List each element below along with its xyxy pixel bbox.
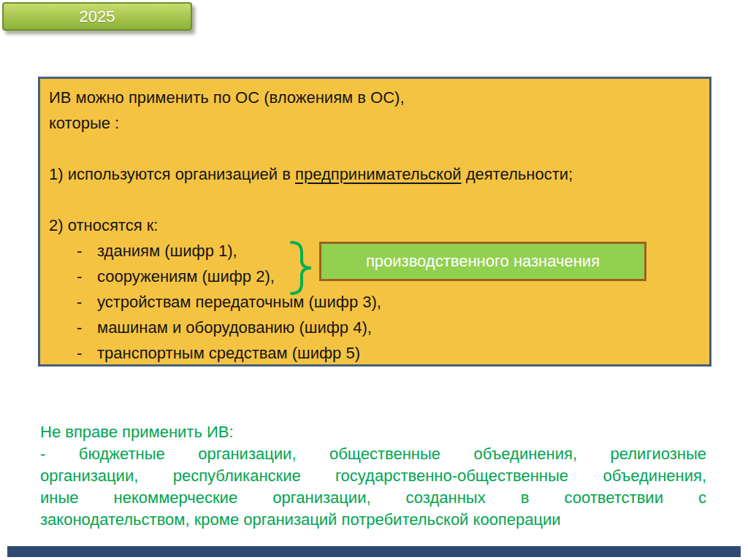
restriction-line: - бюджетные организации, общественные об… <box>40 443 706 465</box>
footer-bar <box>7 546 741 557</box>
year-badge: 2025 <box>2 2 192 31</box>
restriction-line: организации, республиканские государстве… <box>40 465 706 487</box>
point-1: 1) используются организацией в предприни… <box>49 161 702 187</box>
list-item-label: сооружениям (шифр 2), <box>97 264 275 289</box>
brace-icon <box>289 240 314 296</box>
point-1-underlined: предпринимательской <box>295 165 462 183</box>
dash-bullet: - <box>77 340 97 366</box>
list-item: - устройствам передаточным (шифр 3), <box>49 289 702 315</box>
dash-bullet: - <box>77 315 97 340</box>
restriction-line: иные некоммерческие организации, созданн… <box>40 487 706 509</box>
list-item: - машинам и оборудованию (шифр 4), <box>49 315 702 340</box>
list-item-label: машинам и оборудованию (шифр 4), <box>97 315 372 340</box>
restriction-block: Не вправе применить ИВ: - бюджетные орга… <box>40 421 706 531</box>
main-rule-box: ИВ можно применить по ОС (вложениям в ОС… <box>38 77 711 367</box>
spacer <box>49 136 702 161</box>
dash-bullet: - <box>77 264 97 289</box>
list-item-label: транспортным средствам (шифр 5) <box>97 340 360 366</box>
dash-bullet: - <box>77 238 97 264</box>
brace-path <box>291 242 311 294</box>
callout-label: производственного назначения <box>366 252 600 271</box>
year-badge-label: 2025 <box>80 7 115 26</box>
point-1-suffix: деятельности; <box>462 165 573 183</box>
intro-line-1: ИВ можно применить по ОС (вложениям в ОС… <box>49 85 702 110</box>
list-item-label: зданиям (шифр 1), <box>97 238 237 264</box>
dash-bullet: - <box>77 289 97 315</box>
point-2: 2) относятся к: <box>49 212 702 238</box>
list-item-label: устройствам передаточным (шифр 3), <box>97 289 381 315</box>
spacer <box>49 187 702 212</box>
restriction-heading: Не вправе применить ИВ: <box>40 421 706 443</box>
restriction-last-line: законодательством, кроме организаций пот… <box>40 509 706 531</box>
list-item: - транспортным средствам (шифр 5) <box>49 340 702 366</box>
point-1-prefix: 1) используются организацией в <box>49 165 295 183</box>
callout-box: производственного назначения <box>319 242 646 281</box>
intro-line-2: которые : <box>49 110 702 136</box>
